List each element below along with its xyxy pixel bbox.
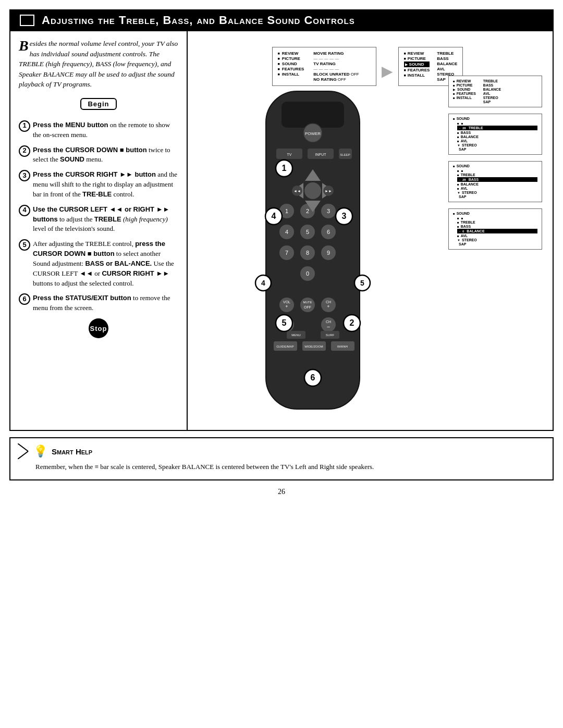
svg-text:4: 4 bbox=[272, 212, 276, 220]
svg-text:►►: ►► bbox=[325, 189, 332, 193]
svg-text:VOL: VOL bbox=[283, 300, 290, 304]
smenu-picture: ■PICTURE bbox=[404, 56, 430, 61]
svg-point-34 bbox=[304, 182, 321, 199]
rm4-treble: ■TREBLE bbox=[457, 220, 537, 224]
menu-sound-row: ■SOUND bbox=[278, 61, 304, 66]
smenu-treble: TREBLE bbox=[437, 51, 457, 56]
rm1-picture: ■ PICTURE bbox=[453, 83, 476, 87]
right-menu-4: ■SOUND ■■ ■TREBLE ■BASS → 0 BALANCE bbox=[448, 208, 542, 250]
rm3-avl: ■AVL bbox=[457, 187, 537, 190]
smart-help-text: Remember, when the ≡ bar scale is center… bbox=[35, 462, 545, 472]
remote-image: POWER TV INPUT SLEEP 1 bbox=[188, 70, 448, 425]
rm4-balance-selected: → 0 BALANCE bbox=[457, 229, 537, 233]
rm1-sap: SAP bbox=[483, 100, 501, 104]
svg-text:1: 1 bbox=[285, 208, 288, 214]
svg-text:+: + bbox=[327, 304, 329, 309]
menu-tv-rating: TV RATING bbox=[313, 61, 359, 66]
svg-line-80 bbox=[18, 443, 28, 451]
step-6-circle: 6 bbox=[19, 293, 30, 305]
rm2-sound-title: ■SOUND bbox=[453, 117, 537, 120]
menu-movie-rating: MOVIE RATING bbox=[313, 51, 359, 56]
step-3-text: Press the CURSOR RIGHT ►► button and the… bbox=[33, 170, 178, 200]
step-4-circle: 4 bbox=[19, 205, 30, 216]
step-1-text: Press the MENU button on the remote to s… bbox=[33, 120, 178, 140]
svg-text:◄◄: ◄◄ bbox=[293, 189, 301, 193]
step-3: 3 Press the CURSOR RIGHT ►► button and t… bbox=[19, 170, 178, 200]
svg-text:–: – bbox=[327, 324, 330, 329]
rm2-sap: SAP bbox=[457, 147, 537, 151]
step-6: 6 Press the STATUS/EXIT button to remove… bbox=[19, 293, 178, 313]
step-5-text: After adjusting the TREBLE control, pres… bbox=[33, 239, 178, 288]
left-panel: B esides the normal volume level control… bbox=[10, 31, 188, 430]
rm2-stereo: ▼STEREO bbox=[457, 143, 537, 147]
svg-text:WWW4: WWW4 bbox=[337, 345, 348, 348]
rm1-sound: ▶ SOUND bbox=[453, 88, 476, 91]
rm1-treble: TREBLE bbox=[483, 79, 501, 83]
rm2-treble-row: ■ ■ bbox=[457, 122, 537, 125]
svg-text:3: 3 bbox=[342, 212, 347, 220]
svg-text:5: 5 bbox=[282, 318, 287, 327]
svg-text:5: 5 bbox=[306, 229, 309, 235]
intro-body: esides the normal volume level control, … bbox=[19, 40, 178, 88]
rm1-avl: AVL bbox=[483, 92, 501, 95]
smart-help-box: 💡 Smart Help Remember, when the ≡ bar sc… bbox=[9, 437, 554, 480]
svg-text:4: 4 bbox=[285, 229, 288, 235]
rm2-bass: ■BASS bbox=[457, 131, 537, 134]
step-1-circle: 1 bbox=[19, 120, 30, 132]
begin-badge: Begin bbox=[80, 98, 116, 110]
svg-text:CH: CH bbox=[326, 300, 331, 304]
stop-badge: Stop bbox=[89, 318, 108, 338]
rm3-sound-title: ■SOUND bbox=[453, 164, 537, 168]
svg-point-42 bbox=[300, 298, 315, 312]
smart-help-decoration bbox=[18, 443, 33, 459]
rm4-avl: ■AVL bbox=[457, 234, 537, 238]
step-2-circle: 2 bbox=[19, 145, 30, 157]
stop-badge-wrap: Stop bbox=[19, 318, 178, 338]
svg-text:0: 0 bbox=[306, 270, 309, 277]
step-3-circle: 3 bbox=[19, 170, 30, 181]
right-panel: ■REVIEW ■PICTURE ■SOUND ■FEATURES ■INSTA bbox=[188, 31, 553, 430]
header-icon bbox=[20, 15, 34, 26]
rm3-bass-selected: → 28 BASS bbox=[457, 177, 537, 182]
rm1-review: ■ REVIEW bbox=[453, 79, 476, 83]
smart-help-title: Smart Help bbox=[52, 447, 92, 456]
step-4: 4 Use the CURSOR LEFT ◄◄ or RIGHT ►► but… bbox=[19, 205, 178, 235]
rm4-sap: SAP bbox=[457, 242, 537, 246]
step-6-text: Press the STATUS/EXIT button to remove t… bbox=[33, 293, 178, 313]
rm4-bass: ■BASS bbox=[457, 225, 537, 228]
rm3-stereo: ▼STEREO bbox=[457, 191, 537, 194]
drop-cap: B bbox=[19, 39, 29, 53]
svg-text:POWER: POWER bbox=[305, 131, 321, 136]
smenu-balance: BALANCE bbox=[437, 61, 457, 66]
menu-review-row: ■REVIEW bbox=[278, 51, 304, 56]
rm1-balance: BALANCE bbox=[483, 88, 501, 91]
rm2-treble-selected: → 28 TREBLE bbox=[457, 126, 537, 130]
page-title: Adjusting the Treble, Bass, and Balance … bbox=[42, 14, 355, 27]
remote-svg: POWER TV INPUT SLEEP 1 bbox=[235, 86, 391, 419]
step-5-circle: 5 bbox=[19, 239, 30, 251]
rm1-install: ■ INSTALL bbox=[453, 96, 476, 100]
rm2-avl: ■AVL bbox=[457, 139, 537, 143]
rm1-features: ■ FEATURES bbox=[453, 92, 476, 95]
right-menu-1: ■ REVIEW ■ PICTURE ▶ SOUND ■ FEATURES ■ … bbox=[448, 76, 542, 107]
step-5: 5 After adjusting the TREBLE control, pr… bbox=[19, 239, 178, 288]
svg-text:6: 6 bbox=[311, 373, 315, 382]
step-2: 2 Press the CURSOR DOWN ■ button twice t… bbox=[19, 145, 178, 165]
svg-text:2: 2 bbox=[350, 318, 354, 327]
svg-text:CH: CH bbox=[326, 320, 331, 324]
svg-text:+: + bbox=[285, 304, 288, 309]
svg-text:2: 2 bbox=[306, 208, 309, 214]
rm3-top-dots: ■■ bbox=[457, 169, 537, 172]
step-2-text: Press the CURSOR DOWN ■ button twice to … bbox=[33, 145, 178, 165]
svg-text:SLEEP: SLEEP bbox=[340, 153, 350, 156]
rm4-top-dots: ■■ bbox=[457, 217, 537, 220]
smart-help-header: 💡 Smart Help bbox=[18, 443, 545, 459]
svg-text:3: 3 bbox=[327, 208, 330, 214]
rm3-balance: ■BALANCE bbox=[457, 182, 537, 186]
smenu-bass: BASS bbox=[437, 56, 457, 61]
svg-text:6: 6 bbox=[327, 229, 330, 235]
rm4-stereo: ▼STEREO bbox=[457, 238, 537, 242]
svg-text:WIDE/ZOOM: WIDE/ZOOM bbox=[304, 345, 323, 348]
main-content: B esides the normal volume level control… bbox=[9, 31, 554, 431]
smenu-sound-selected: ▶SOUND bbox=[404, 61, 430, 67]
